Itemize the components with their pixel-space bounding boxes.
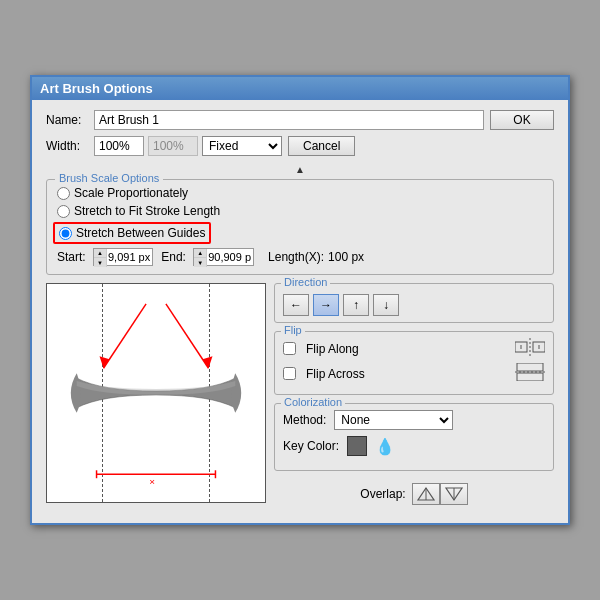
colorization-section: Colorization Method: None Tints Tints an…	[274, 403, 554, 471]
direction-down-btn[interactable]: ↓	[373, 294, 399, 316]
colorization-label: Colorization	[281, 396, 345, 408]
stretch-fit-row: Stretch to Fit Stroke Length	[57, 204, 543, 218]
name-label: Name:	[46, 113, 94, 127]
scale-proportionately-label: Scale Proportionately	[74, 186, 188, 200]
direction-right-btn[interactable]: →	[313, 294, 339, 316]
dialog-title-bar: Art Brush Options	[32, 77, 568, 100]
svg-line-2	[166, 304, 209, 368]
flip-along-label: Flip Along	[306, 342, 359, 356]
right-panel: Direction ← → ↑ ↓ Flip Flip Along	[274, 283, 554, 511]
dialog-title: Art Brush Options	[40, 81, 153, 96]
end-spin-down[interactable]: ▼	[194, 258, 206, 267]
direction-label: Direction	[281, 276, 330, 288]
guide-left	[102, 284, 103, 502]
guide-values-row: Start: ▲ ▼ 9,091 px End: ▲ ▼ 90,909 p	[57, 248, 543, 266]
stretch-guides-row: Stretch Between Guides	[57, 222, 543, 244]
method-label: Method:	[283, 413, 326, 427]
overlap-label: Overlap:	[360, 487, 405, 501]
main-area: × Direction ← → ↑ ↓ Flip	[46, 283, 554, 511]
flip-across-row: Flip Across	[283, 363, 545, 384]
svg-rect-15	[517, 373, 543, 381]
overlap-btn-left[interactable]	[412, 483, 440, 505]
stretch-fit-label: Stretch to Fit Stroke Length	[74, 204, 220, 218]
width-row: Width: Fixed Pressure Cancel	[46, 136, 554, 156]
key-color-swatch[interactable]	[347, 436, 367, 456]
flip-across-checkbox[interactable]	[283, 367, 296, 380]
name-input[interactable]	[94, 110, 484, 130]
ok-button[interactable]: OK	[490, 110, 554, 130]
overlap-row: Overlap:	[274, 483, 554, 505]
key-color-row: Key Color: 💧	[283, 436, 545, 456]
art-brush-options-dialog: Art Brush Options Name: OK Width: Fixed …	[30, 75, 570, 525]
direction-section: Direction ← → ↑ ↓	[274, 283, 554, 323]
direction-buttons: ← → ↑ ↓	[283, 294, 545, 316]
stretch-fit-radio[interactable]	[57, 205, 70, 218]
eyedropper-icon[interactable]: 💧	[375, 437, 395, 456]
brush-scale-section: Brush Scale Options Scale Proportionatel…	[46, 179, 554, 275]
length-label: Length(X):	[268, 250, 324, 264]
scale-proportionately-radio[interactable]	[57, 187, 70, 200]
svg-marker-3	[203, 356, 213, 368]
stretch-guides-label: Stretch Between Guides	[76, 226, 205, 240]
start-spin-down[interactable]: ▼	[94, 258, 106, 267]
width-value2-input	[148, 136, 198, 156]
end-spin-up[interactable]: ▲	[194, 249, 206, 258]
width-label: Width:	[46, 139, 94, 153]
width-value-input[interactable]	[94, 136, 144, 156]
svg-text:×: ×	[149, 476, 155, 487]
direction-up-btn[interactable]: ↑	[343, 294, 369, 316]
svg-line-0	[103, 304, 146, 368]
scale-proportionately-row: Scale Proportionately	[57, 186, 543, 200]
preview-box: ×	[46, 283, 266, 503]
end-label: End:	[161, 250, 193, 264]
flip-across-icon	[515, 363, 545, 384]
flip-along-row: Flip Along	[283, 338, 545, 359]
svg-marker-1	[100, 356, 110, 368]
overlap-btn-right[interactable]	[440, 483, 468, 505]
brush-scale-label: Brush Scale Options	[55, 172, 163, 184]
guide-right	[209, 284, 210, 502]
flip-across-label: Flip Across	[306, 367, 365, 381]
method-row: Method: None Tints Tints and Shades Hue …	[283, 410, 545, 430]
flip-along-icon	[515, 338, 545, 359]
flip-label: Flip	[281, 324, 305, 336]
length-value: 100 px	[328, 250, 364, 264]
direction-left-btn[interactable]: ←	[283, 294, 309, 316]
preview-svg: ×	[47, 284, 265, 502]
key-color-label: Key Color:	[283, 439, 339, 453]
stretch-guides-radio[interactable]	[59, 227, 72, 240]
start-label: Start:	[57, 250, 93, 264]
start-spinner[interactable]: ▲ ▼ 9,091 px	[93, 248, 153, 266]
flip-section: Flip Flip Along	[274, 331, 554, 395]
start-spin-up[interactable]: ▲	[94, 249, 106, 258]
method-select[interactable]: None Tints Tints and Shades Hue Shift	[334, 410, 453, 430]
svg-rect-13	[517, 363, 543, 371]
flip-along-checkbox[interactable]	[283, 342, 296, 355]
end-spinner[interactable]: ▲ ▼ 90,909 p	[193, 248, 254, 266]
width-mode-select[interactable]: Fixed Pressure	[202, 136, 282, 156]
cancel-button[interactable]: Cancel	[288, 136, 355, 156]
name-row: Name: OK	[46, 110, 554, 130]
